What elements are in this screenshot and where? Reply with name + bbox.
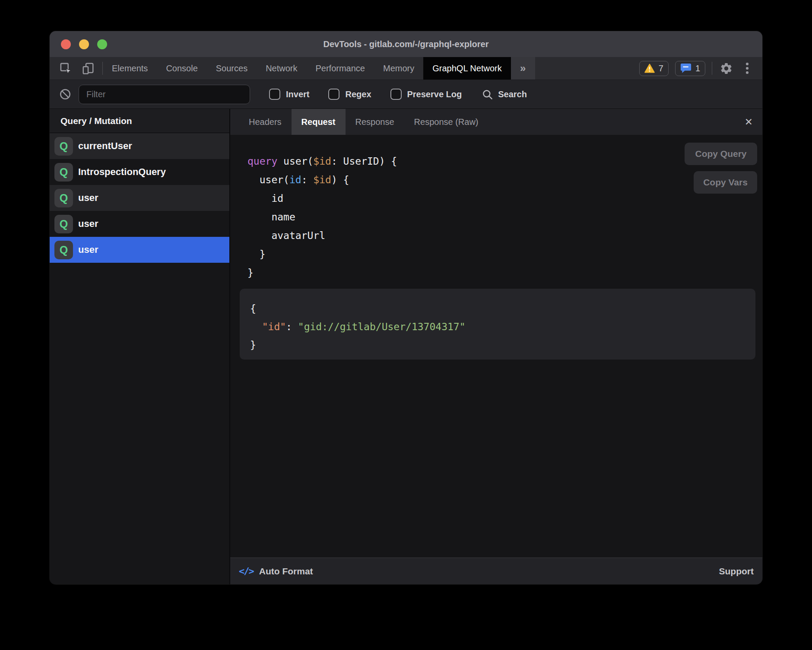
code-line: user(id: $id) { [247,171,397,189]
auto-format-button[interactable]: Auto Format [259,566,313,577]
query-name-label: user [78,192,98,204]
detail-tab-response-raw[interactable]: Response (Raw) [404,109,488,135]
tab-network[interactable]: Network [257,57,306,80]
query-type-badge: Q [54,137,73,156]
query-list-item-user-4[interactable]: Quser [50,237,229,263]
code-line: } [247,264,397,282]
search-icon [482,89,493,100]
graphql-query-code: query user($id: UserID) { user(id: $id) … [247,152,397,282]
checkbox-invert[interactable]: Invert [269,89,309,100]
issues-badge[interactable]: 1 [675,61,705,76]
filter-input[interactable] [79,85,250,104]
query-list-item-user-2[interactable]: Quser [50,185,229,211]
warning-icon [644,64,655,73]
devtools-right-controls: 7 1 [639,57,762,80]
search-label: Search [498,89,527,99]
detail-tab-bar: HeadersRequestResponseResponse (Raw) ✕ [230,109,762,135]
kebab-menu-icon[interactable] [740,61,755,76]
controls-separator [712,62,712,75]
code-line: id [247,189,397,208]
zoom-window-button[interactable] [97,39,107,49]
query-name-label: currentUser [78,140,132,152]
devtools-tabs: ElementsConsoleSourcesNetworkPerformance… [103,57,511,80]
checkbox-preserve-log[interactable]: Preserve Log [390,89,462,100]
devtools-left-icons [50,57,102,80]
tab-console[interactable]: Console [157,57,206,80]
code-line: query user($id: UserID) { [247,152,397,171]
auto-format-icon: </> [239,566,254,577]
checkbox-box-preserve-log[interactable] [390,89,402,100]
warnings-badge[interactable]: 7 [639,61,669,76]
title-bar: DevTools - gitlab.com/-/graphql-explorer [50,31,762,57]
code-line: { [250,300,745,318]
tab-elements[interactable]: Elements [103,57,157,80]
close-panel-icon[interactable]: ✕ [745,109,753,135]
tab-sources[interactable]: Sources [207,57,257,80]
query-type-badge: Q [54,189,73,207]
filter-bar: InvertRegexPreserve Log Search [50,80,762,109]
copy-vars-button[interactable]: Copy Vars [694,171,757,194]
request-detail-panel: HeadersRequestResponseResponse (Raw) ✕ q… [230,109,762,584]
detail-tabs-strip: HeadersRequestResponseResponse (Raw) [239,109,488,135]
checkbox-box-regex[interactable] [328,89,339,100]
tab-memory[interactable]: Memory [374,57,423,80]
query-list-header: Query / Mutation [50,109,229,133]
code-line: avatarUrl [247,226,397,245]
minimize-window-button[interactable] [79,39,89,49]
devtools-tab-bar: ElementsConsoleSourcesNetworkPerformance… [50,57,762,80]
device-toolbar-icon[interactable] [81,61,95,76]
query-list-item-user-3[interactable]: Quser [50,211,229,237]
checkbox-label-invert: Invert [286,89,309,99]
window-title: DevTools - gitlab.com/-/graphql-explorer [323,39,488,49]
query-type-badge: Q [54,215,73,233]
query-name-label: user [78,244,98,255]
settings-gear-icon[interactable] [719,61,733,76]
tab-graphql-network[interactable]: GraphQL Network [423,57,511,80]
issues-count: 1 [695,64,700,73]
query-list-item-introspectionquery-1[interactable]: QIntrospectionQuery [50,159,229,185]
main-area: Query / Mutation QcurrentUserQIntrospect… [50,109,762,584]
checkbox-label-regex: Regex [345,89,371,99]
support-link[interactable]: Support [719,566,754,577]
tab-performance[interactable]: Performance [307,57,374,80]
query-name-label: IntrospectionQuery [78,166,166,178]
query-list-panel: Query / Mutation QcurrentUserQIntrospect… [50,109,230,584]
close-window-button[interactable] [61,39,71,49]
request-content: query user($id: UserID) { user(id: $id) … [230,135,762,558]
query-variables-box: { "id": "gid://gitlab/User/13704317"} [240,289,755,360]
code-line: } [247,245,397,264]
checkbox-box-invert[interactable] [269,89,280,100]
query-list: QcurrentUserQIntrospectionQueryQuserQuse… [50,133,229,263]
detail-footer: </> Auto Format Support [230,558,762,584]
checkbox-label-preserve-log: Preserve Log [407,89,462,99]
code-line: name [247,208,397,226]
more-tabs-button[interactable]: » [511,57,535,80]
query-type-badge: Q [54,241,73,259]
code-line: } [250,336,745,354]
traffic-lights [61,31,107,57]
query-list-item-currentuser-0[interactable]: QcurrentUser [50,133,229,159]
detail-tab-request[interactable]: Request [292,109,346,135]
detail-tab-response[interactable]: Response [346,109,404,135]
block-clear-icon[interactable] [59,88,71,100]
warnings-count: 7 [659,64,663,73]
message-icon [680,63,691,73]
checkbox-regex[interactable]: Regex [328,89,371,100]
query-type-badge: Q [54,163,73,182]
inspect-element-icon[interactable] [58,61,73,76]
code-line: "id": "gid://gitlab/User/13704317" [250,318,745,336]
detail-tab-headers[interactable]: Headers [239,109,292,135]
devtools-window: DevTools - gitlab.com/-/graphql-explorer… [50,31,762,584]
search-toggle[interactable]: Search [482,89,527,100]
copy-query-button[interactable]: Copy Query [685,143,757,165]
filter-checkboxes: InvertRegexPreserve Log [250,89,462,100]
query-name-label: user [78,218,98,229]
